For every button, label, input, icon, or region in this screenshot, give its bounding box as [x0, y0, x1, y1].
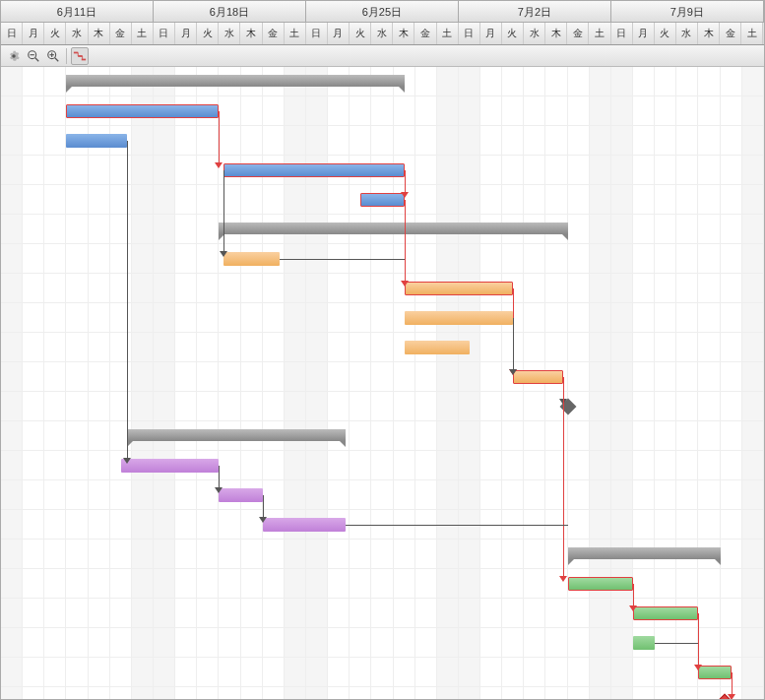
- week-header-cell: 7月9日: [611, 1, 764, 22]
- task-bar[interactable]: [121, 459, 220, 473]
- summary-bar[interactable]: [127, 429, 345, 441]
- day-header-cell: 月: [175, 23, 197, 44]
- gantt-chart: 6月11日6月18日6月25日7月2日7月9日 日月火水木金土日月火水木金土日月…: [0, 0, 765, 700]
- day-header-cell: 金: [720, 23, 741, 44]
- day-header-cell: 金: [263, 23, 285, 44]
- day-header-cell: 水: [676, 23, 698, 44]
- gantt-body[interactable]: [1, 67, 764, 700]
- day-header-cell: 日: [611, 23, 633, 44]
- timeline-header: 6月11日6月18日6月25日7月2日7月9日 日月火水木金土日月火水木金土日月…: [1, 1, 764, 45]
- day-header-cell: 火: [655, 23, 676, 44]
- day-header-row: 日月火水木金土日月火水木金土日月火水木金土日月火水木金土日月火水木金土: [1, 23, 764, 44]
- summary-bar[interactable]: [219, 223, 567, 234]
- task-bar[interactable]: [360, 193, 404, 207]
- day-header-cell: 水: [371, 23, 393, 44]
- week-header-cell: 6月11日: [1, 1, 154, 22]
- day-header-cell: 木: [545, 23, 567, 44]
- critical-path-button[interactable]: [71, 47, 89, 65]
- day-header-cell: 日: [154, 23, 175, 44]
- week-header-cell: 7月2日: [459, 1, 611, 22]
- day-header-cell: 木: [89, 23, 110, 44]
- task-bar[interactable]: [405, 311, 514, 325]
- task-bar[interactable]: [219, 488, 262, 502]
- task-bar[interactable]: [66, 134, 127, 148]
- task-bar[interactable]: [513, 370, 563, 384]
- day-header-cell: 月: [328, 23, 350, 44]
- summary-bar[interactable]: [66, 75, 404, 87]
- task-bar[interactable]: [698, 666, 731, 679]
- day-header-cell: 火: [502, 23, 524, 44]
- task-bar[interactable]: [223, 163, 405, 177]
- day-header-cell: 月: [23, 23, 44, 44]
- day-header-cell: 金: [110, 23, 132, 44]
- task-bar[interactable]: [66, 104, 219, 118]
- week-header-row: 6月11日6月18日6月25日7月2日7月9日: [1, 1, 764, 23]
- svg-rect-7: [74, 51, 78, 53]
- task-bar[interactable]: [633, 606, 698, 620]
- day-header-cell: 土: [132, 23, 154, 44]
- day-header-cell: 木: [698, 23, 720, 44]
- day-header-cell: 火: [44, 23, 66, 44]
- day-header-cell: 土: [741, 23, 763, 44]
- settings-button[interactable]: [5, 47, 23, 65]
- task-bar[interactable]: [568, 577, 633, 591]
- zoom-in-button[interactable]: [44, 47, 62, 65]
- task-bar[interactable]: [263, 518, 346, 532]
- day-header-cell: 土: [285, 23, 306, 44]
- day-header-cell: 金: [414, 23, 436, 44]
- day-header-cell: 月: [633, 23, 655, 44]
- day-header-cell: 水: [524, 23, 545, 44]
- task-bar[interactable]: [223, 252, 281, 266]
- day-header-cell: 土: [589, 23, 610, 44]
- day-header-cell: 水: [66, 23, 88, 44]
- day-header-cell: 火: [350, 23, 371, 44]
- task-bar[interactable]: [405, 282, 514, 295]
- day-header-cell: 土: [437, 23, 459, 44]
- task-bar[interactable]: [405, 341, 470, 354]
- day-header-cell: 月: [480, 23, 502, 44]
- day-header-cell: 火: [197, 23, 219, 44]
- day-header-cell: 日: [1, 23, 23, 44]
- week-header-cell: 6月25日: [306, 1, 459, 22]
- day-header-cell: 水: [219, 23, 240, 44]
- summary-bar[interactable]: [568, 547, 721, 559]
- day-header-cell: 木: [393, 23, 414, 44]
- svg-line-1: [35, 57, 39, 61]
- day-header-cell: 木: [240, 23, 262, 44]
- gantt-toolbar: [1, 45, 764, 67]
- toolbar-separator: [66, 48, 67, 64]
- day-header-cell: 金: [567, 23, 589, 44]
- week-header-cell: 6月18日: [154, 1, 306, 22]
- day-header-cell: 日: [459, 23, 480, 44]
- day-header-cell: 日: [306, 23, 328, 44]
- svg-line-4: [55, 57, 59, 61]
- zoom-out-button[interactable]: [25, 47, 42, 65]
- gantt-bars: [1, 67, 764, 700]
- task-bar[interactable]: [633, 636, 655, 650]
